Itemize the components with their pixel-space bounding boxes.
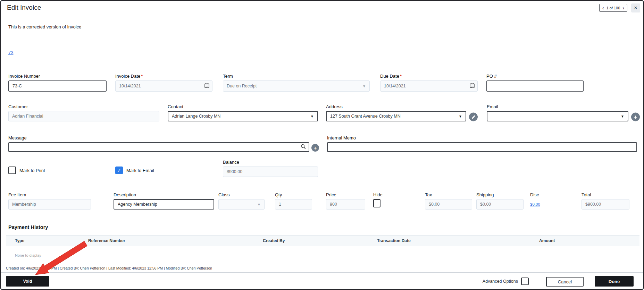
email-field: Email ▼ + [487,104,628,121]
pager-label: 1 of 100 [607,6,620,10]
payment-history-title: Payment History [8,224,48,230]
customer-input[interactable]: Adrian Financial [8,111,159,121]
correction-notice: This is a corrected version of invoice [8,24,81,29]
invoice-date-label: Invoice Date [115,74,140,79]
calendar-icon[interactable] [470,83,475,89]
add-message-icon[interactable]: + [311,144,319,152]
email-select[interactable]: ▼ [487,111,628,121]
email-label: Email [487,104,628,109]
required-marker: * [141,74,143,79]
contact-select[interactable]: Adrian Lange Crosby MN ▼ [168,111,318,121]
due-date-label: Due Date [380,74,399,79]
payment-history-empty-row: None to display [6,246,639,264]
disc-amount-link[interactable]: $0.00 [530,202,540,206]
audit-trail-text: Created on: 4/6/2023 12:56 PM | Created … [6,266,212,270]
message-input[interactable] [8,142,309,152]
chevron-down-icon: ▼ [257,203,261,206]
invoice-number-input[interactable] [8,80,107,92]
shipping-field: Shipping $0.00 [476,192,524,210]
class-label: Class [218,192,265,197]
qty-input[interactable]: 1 [275,199,312,210]
class-field: Class ▼ [218,192,265,210]
col-type: Type [15,238,24,243]
edit-invoice-modal: Edit Invoice ‹ 1 of 100 › × This is a co… [0,0,644,290]
invoice-number-label: Invoice Number [8,74,107,79]
hide-checkbox[interactable] [373,199,380,207]
hide-label: Hide [373,192,383,197]
cancel-button[interactable]: Cancel [546,277,584,287]
customer-field: Customer Adrian Financial [8,104,159,121]
pager-prev-icon[interactable]: ‹ [602,6,604,10]
balance-field: Balance $900.00 [223,160,318,177]
tax-input[interactable]: $0.00 [425,199,472,210]
add-email-icon[interactable]: + [631,113,640,121]
payment-history-header: Type Reference Number Created By Transac… [6,235,639,246]
disc-field: Disc $0.00 [530,192,540,207]
advanced-options-label: Advanced Options [483,279,518,284]
required-marker: * [400,74,402,79]
close-icon[interactable]: × [631,3,640,12]
po-number-input[interactable] [486,80,584,92]
edit-address-icon[interactable] [469,113,478,121]
internal-memo-label: Internal Memo [327,135,637,140]
message-field: Message + [8,135,309,152]
mark-to-print-option: Mark to Print [8,167,45,174]
contact-label: Contact [168,104,318,109]
disc-label: Disc [530,192,540,197]
description-label: Description [114,192,214,197]
qty-label: Qty [275,192,312,197]
qty-field: Qty 1 [275,192,312,210]
mark-to-email-checkbox[interactable]: ✓ [115,167,123,174]
advanced-options-option: Advanced Options [483,278,529,285]
due-date-input[interactable]: 10/14/2021 [380,80,478,92]
advanced-options-checkbox[interactable] [521,278,529,285]
col-transaction-date: Transaction Date [377,238,411,243]
address-select[interactable]: 127 South Grant Avenue Crosby MN ▼ [326,111,466,121]
description-input[interactable] [114,199,214,210]
col-reference-number: Reference Number [88,238,125,243]
term-select[interactable]: Due on Receipt ▼ [223,80,370,92]
internal-memo-input[interactable] [327,142,637,152]
due-date-field: Due Date* 10/14/2021 [380,74,478,92]
modal-header: Edit Invoice ‹ 1 of 100 › × [1,1,643,15]
price-field: Price 900 [326,192,365,210]
balance-value: $900.00 [223,167,318,177]
mark-to-print-label: Mark to Print [19,168,45,173]
done-button[interactable]: Done [595,276,634,287]
po-number-field: PO # [486,74,584,92]
internal-memo-field: Internal Memo [327,135,637,152]
chevron-down-icon: ▼ [621,114,624,118]
record-pager: ‹ 1 of 100 › [599,4,627,12]
mark-to-print-checkbox[interactable] [8,167,16,174]
message-label: Message [8,135,309,140]
contact-field: Contact Adrian Lange Crosby MN ▼ [168,104,318,121]
pager-next-icon[interactable]: › [622,6,624,10]
price-input[interactable]: 900 [326,199,365,210]
invoice-date-input[interactable]: 10/14/2021 [115,80,212,92]
mark-to-email-option: ✓ Mark to Email [115,167,154,174]
col-created-by: Created By [263,238,285,243]
hide-field: Hide [373,192,383,207]
search-icon[interactable] [301,144,306,150]
fee-item-label: Fee Item [8,192,91,197]
empty-state-text: None to display [15,253,41,257]
calendar-icon[interactable] [204,83,209,89]
term-field: Term Due on Receipt ▼ [223,74,370,92]
term-label: Term [223,74,370,79]
invoice-number-field: Invoice Number [8,74,107,92]
class-select[interactable]: ▼ [218,199,265,210]
tax-field: Tax $0.00 [425,192,472,210]
chevron-down-icon: ▼ [310,114,314,118]
original-invoice-link[interactable]: 73 [8,50,13,55]
total-value: $900.00 [582,199,629,210]
void-button[interactable]: Void [6,276,49,287]
address-label: Address [326,104,466,109]
price-label: Price [326,192,365,197]
shipping-input[interactable]: $0.00 [476,199,524,210]
chevron-down-icon: ▼ [362,84,366,88]
col-amount: Amount [539,238,555,243]
shipping-label: Shipping [476,192,524,197]
mark-to-email-label: Mark to Email [126,168,154,173]
fee-item-input[interactable]: Membership [8,199,91,210]
balance-label: Balance [223,160,318,165]
